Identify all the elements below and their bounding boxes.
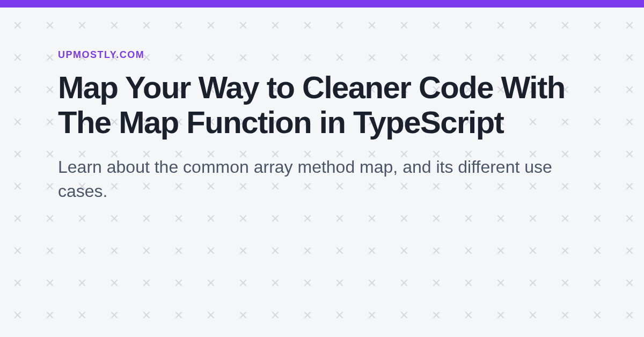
article-subtitle: Learn about the common array method map,…	[58, 155, 584, 204]
article-card: UPMOSTLY.COM Map Your Way to Cleaner Cod…	[0, 8, 644, 204]
accent-top-bar	[0, 0, 644, 8]
article-title: Map Your Way to Cleaner Code With The Ma…	[58, 70, 573, 140]
site-name: UPMOSTLY.COM	[58, 49, 586, 61]
